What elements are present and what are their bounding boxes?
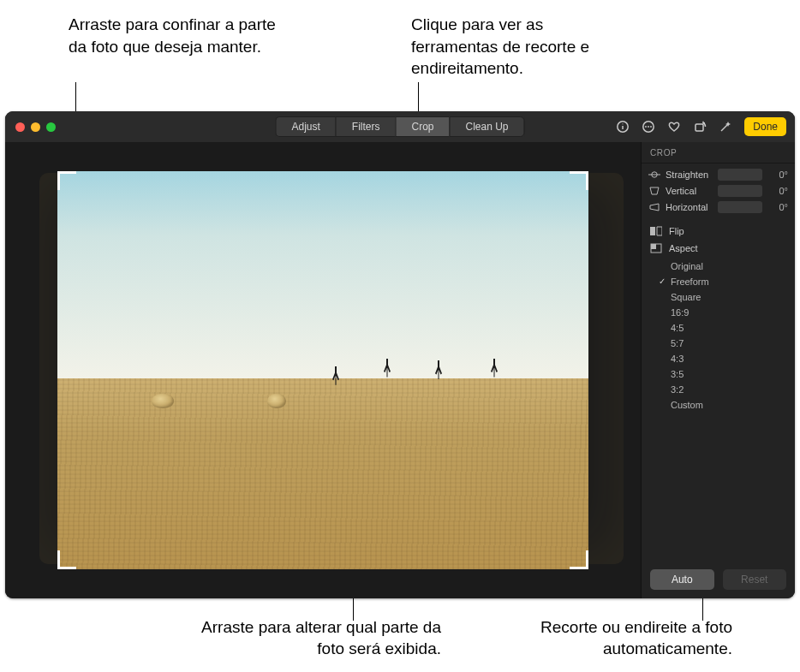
aspect-16-9[interactable]: 16:9 [671, 305, 788, 320]
aspect-original[interactable]: Original [671, 259, 788, 274]
edit-mode-tabs: Adjust Filters Crop Clean Up [275, 116, 524, 137]
horizontal-value: 0° [767, 202, 788, 212]
aspect-4-3[interactable]: 4:3 [671, 351, 788, 366]
svg-point-2 [623, 123, 624, 124]
photo-canvas[interactable] [57, 171, 588, 569]
svg-marker-11 [650, 187, 659, 194]
callout-crop-tab: Clique para ver as ferramentas de recort… [411, 14, 634, 80]
vertical-perspective-icon [648, 187, 660, 195]
favorite-icon[interactable] [667, 120, 681, 134]
workarea: CROP Straighten 0° Vertical 0° Horizont [5, 142, 795, 598]
inspector-title: CROP [642, 142, 795, 164]
crop-handle-top-right[interactable] [570, 171, 588, 190]
callout-crop-handle: Arraste para confinar a parte da foto qu… [69, 14, 291, 57]
info-icon[interactable] [616, 120, 630, 134]
more-icon[interactable] [642, 120, 655, 134]
canvas-area [5, 142, 641, 598]
rotate-icon[interactable] [693, 120, 707, 134]
done-button[interactable]: Done [744, 117, 786, 136]
aspect-row[interactable]: Aspect [648, 240, 788, 257]
svg-point-5 [648, 126, 649, 128]
photo-sky [57, 171, 588, 386]
tab-adjust[interactable]: Adjust [275, 116, 335, 137]
vertical-label: Vertical [666, 186, 713, 196]
zoom-icon[interactable] [46, 122, 56, 132]
crop-handle-bottom-right[interactable] [570, 550, 588, 569]
auto-button[interactable]: Auto [650, 569, 714, 590]
reset-button[interactable]: Reset [723, 569, 787, 590]
svg-marker-14 [657, 227, 662, 235]
vertical-row: Vertical 0° [648, 185, 788, 197]
horizontal-perspective-icon [648, 203, 660, 211]
straighten-value: 0° [767, 169, 788, 180]
leader-line [702, 595, 703, 621]
aspect-3-2[interactable]: 3:2 [671, 382, 788, 397]
straighten-icon [648, 170, 660, 179]
svg-rect-7 [696, 124, 703, 131]
aspect-custom[interactable]: Custom [671, 397, 788, 413]
tab-crop[interactable]: Crop [395, 116, 449, 137]
aspect-options: Original Freeform Square 16:9 4:5 5:7 4:… [648, 257, 788, 413]
svg-marker-12 [650, 204, 659, 211]
svg-marker-13 [650, 227, 655, 235]
straighten-label: Straighten [666, 169, 713, 180]
aspect-4-5[interactable]: 4:5 [671, 320, 788, 336]
app-window: Adjust Filters Crop Clean Up Done [5, 111, 795, 598]
crop-inspector: CROP Straighten 0° Vertical 0° Horizont [641, 142, 795, 598]
aspect-5-7[interactable]: 5:7 [671, 336, 788, 351]
crop-handle-bottom-left[interactable] [57, 550, 76, 569]
aspect-3-5[interactable]: 3:5 [671, 366, 788, 382]
window-controls [15, 122, 56, 132]
inspector-body: Straighten 0° Vertical 0° Horizontal 0° [642, 164, 795, 561]
window-toolbar: Adjust Filters Crop Clean Up Done [5, 111, 795, 142]
inspector-footer: Auto Reset [642, 561, 795, 598]
toolbar-actions: Done [616, 117, 786, 136]
horizontal-slider[interactable] [718, 201, 762, 213]
horizontal-row: Horizontal 0° [648, 201, 788, 213]
straighten-slider[interactable] [718, 169, 762, 181]
svg-point-4 [645, 126, 647, 128]
svg-rect-16 [651, 244, 656, 249]
horizontal-label: Horizontal [666, 202, 713, 212]
straighten-row: Straighten 0° [648, 169, 788, 181]
vertical-slider[interactable] [718, 185, 762, 197]
flip-icon [650, 226, 662, 236]
flip-label: Flip [669, 226, 684, 236]
photo-field [57, 378, 588, 569]
callout-auto-crop: Recorte ou endireite a foto automaticame… [510, 616, 732, 660]
aspect-label: Aspect [669, 243, 698, 253]
close-icon[interactable] [15, 122, 25, 132]
callout-move-photo: Arraste para alterar qual parte da foto … [184, 616, 441, 660]
aspect-freeform[interactable]: Freeform [671, 274, 788, 289]
vertical-value: 0° [767, 186, 788, 196]
svg-line-8 [721, 125, 727, 131]
tab-cleanup[interactable]: Clean Up [450, 116, 525, 137]
flip-row[interactable]: Flip [648, 223, 788, 240]
enhance-icon[interactable] [719, 120, 732, 134]
tab-filters[interactable]: Filters [336, 116, 396, 137]
aspect-icon [650, 243, 662, 253]
minimize-icon[interactable] [31, 122, 40, 132]
svg-point-6 [650, 126, 652, 128]
aspect-square[interactable]: Square [671, 289, 788, 305]
crop-handle-top-left[interactable] [57, 171, 76, 190]
